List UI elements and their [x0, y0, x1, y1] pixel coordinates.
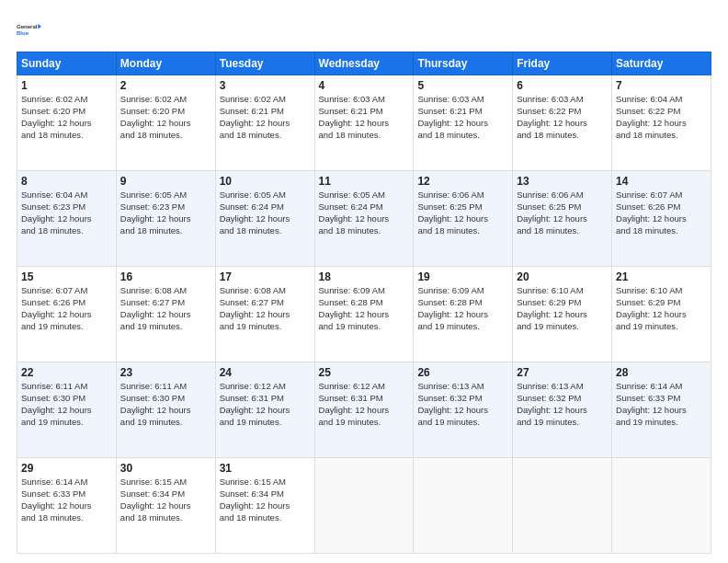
day-info-line: Daylight: 12 hours	[220, 405, 311, 417]
day-info-line: Sunset: 6:34 PM	[220, 488, 311, 500]
day-info-line: Daylight: 12 hours	[417, 118, 508, 130]
day-number: 13	[517, 174, 608, 189]
day-number: 25	[319, 365, 410, 380]
day-info-line: Daylight: 12 hours	[616, 118, 707, 130]
calendar-cell: 29Sunrise: 6:14 AMSunset: 6:33 PMDayligh…	[17, 458, 117, 554]
day-info-line: Sunrise: 6:02 AM	[220, 94, 311, 106]
day-info-line: Sunset: 6:24 PM	[220, 201, 311, 213]
day-number: 5	[417, 78, 508, 93]
day-info-line: Sunrise: 6:06 AM	[417, 190, 508, 201]
day-info-line: and 19 minutes.	[616, 417, 707, 429]
day-info-line: Daylight: 12 hours	[220, 118, 311, 130]
day-info-line: Sunset: 6:32 PM	[417, 393, 508, 405]
calendar-cell: 5Sunrise: 6:03 AMSunset: 6:21 PMDaylight…	[414, 75, 513, 171]
day-number: 12	[417, 174, 508, 189]
col-header-wednesday: Wednesday	[314, 52, 414, 75]
day-info-line: Sunset: 6:33 PM	[616, 393, 707, 405]
day-number: 19	[417, 270, 508, 284]
calendar-cell: 8Sunrise: 6:04 AMSunset: 6:23 PMDaylight…	[17, 171, 117, 267]
day-info-line: Sunset: 6:29 PM	[517, 297, 608, 309]
day-info-line: Daylight: 12 hours	[417, 405, 508, 417]
calendar-cell	[314, 458, 414, 554]
calendar-cell: 4Sunrise: 6:03 AMSunset: 6:21 PMDaylight…	[314, 75, 414, 171]
day-info-line: Sunrise: 6:06 AM	[517, 190, 608, 201]
day-info-line: Daylight: 12 hours	[120, 500, 211, 512]
day-info-line: Sunrise: 6:04 AM	[21, 190, 112, 201]
day-info-line: and 19 minutes.	[120, 417, 211, 429]
day-info-line: Sunrise: 6:07 AM	[21, 285, 112, 297]
day-info-line: Daylight: 12 hours	[517, 309, 608, 321]
day-info-line: Daylight: 12 hours	[319, 405, 410, 417]
day-info-line: Daylight: 12 hours	[517, 118, 608, 130]
day-info-line: Sunset: 6:25 PM	[417, 201, 508, 213]
calendar-cell: 16Sunrise: 6:08 AMSunset: 6:27 PMDayligh…	[116, 267, 215, 362]
day-info-line: Daylight: 12 hours	[417, 309, 508, 321]
day-info-line: and 18 minutes.	[21, 130, 112, 142]
day-info-line: Sunrise: 6:10 AM	[616, 285, 707, 297]
calendar-week-row: 29Sunrise: 6:14 AMSunset: 6:33 PMDayligh…	[17, 458, 711, 554]
svg-text:Blue: Blue	[17, 30, 29, 36]
calendar-cell: 20Sunrise: 6:10 AMSunset: 6:29 PMDayligh…	[513, 267, 612, 362]
calendar-week-row: 8Sunrise: 6:04 AMSunset: 6:23 PMDaylight…	[17, 171, 711, 267]
day-info-line: Sunrise: 6:07 AM	[616, 190, 707, 201]
day-info-line: and 19 minutes.	[120, 321, 211, 333]
calendar-cell: 9Sunrise: 6:05 AMSunset: 6:23 PMDaylight…	[116, 171, 215, 267]
day-info-line: Daylight: 12 hours	[21, 405, 112, 417]
day-info-line: Sunset: 6:26 PM	[616, 201, 707, 213]
day-info-line: and 18 minutes.	[220, 225, 311, 237]
day-info-line: Sunrise: 6:05 AM	[220, 190, 311, 201]
day-info-line: and 19 minutes.	[319, 321, 410, 333]
day-info-line: Sunrise: 6:10 AM	[517, 285, 608, 297]
day-info-line: Sunrise: 6:08 AM	[120, 285, 211, 297]
calendar-cell: 23Sunrise: 6:11 AMSunset: 6:30 PMDayligh…	[116, 362, 215, 458]
day-info-line: Sunrise: 6:05 AM	[319, 190, 410, 201]
svg-marker-2	[38, 24, 41, 29]
day-number: 8	[21, 174, 112, 189]
calendar-table: SundayMondayTuesdayWednesdayThursdayFrid…	[17, 52, 711, 554]
logo-icon: GeneralBlue	[17, 17, 42, 42]
day-info-line: Sunset: 6:21 PM	[220, 106, 311, 118]
day-info-line: Sunrise: 6:14 AM	[21, 477, 112, 488]
day-number: 3	[220, 78, 311, 93]
day-info-line: Sunrise: 6:11 AM	[21, 381, 112, 393]
header: GeneralBlue	[17, 17, 711, 42]
day-info-line: Sunrise: 6:15 AM	[220, 477, 311, 488]
day-number: 4	[319, 78, 410, 93]
day-info-line: and 18 minutes.	[21, 225, 112, 237]
day-info-line: Daylight: 12 hours	[319, 309, 410, 321]
calendar-header-row: SundayMondayTuesdayWednesdayThursdayFrid…	[17, 52, 711, 75]
day-number: 1	[21, 78, 112, 93]
day-number: 26	[417, 365, 508, 380]
calendar-cell	[612, 458, 711, 554]
day-number: 10	[220, 174, 311, 189]
calendar-cell: 30Sunrise: 6:15 AMSunset: 6:34 PMDayligh…	[116, 458, 215, 554]
day-info-line: Sunrise: 6:09 AM	[417, 285, 508, 297]
col-header-monday: Monday	[116, 52, 215, 75]
day-info-line: and 18 minutes.	[417, 225, 508, 237]
day-number: 16	[120, 270, 211, 284]
calendar-cell: 28Sunrise: 6:14 AMSunset: 6:33 PMDayligh…	[612, 362, 711, 458]
day-info-line: Sunrise: 6:04 AM	[616, 94, 707, 106]
col-header-friday: Friday	[513, 52, 612, 75]
day-info-line: Sunset: 6:21 PM	[319, 106, 410, 118]
logo: GeneralBlue	[17, 17, 42, 42]
day-info-line: Sunset: 6:31 PM	[220, 393, 311, 405]
col-header-thursday: Thursday	[414, 52, 513, 75]
day-info-line: and 18 minutes.	[319, 130, 410, 142]
calendar-cell	[414, 458, 513, 554]
day-info-line: Sunrise: 6:02 AM	[120, 94, 211, 106]
day-info-line: Daylight: 12 hours	[220, 309, 311, 321]
day-info-line: Daylight: 12 hours	[120, 213, 211, 225]
day-info-line: Daylight: 12 hours	[517, 405, 608, 417]
day-number: 2	[120, 78, 211, 93]
day-info-line: Sunset: 6:23 PM	[120, 201, 211, 213]
calendar-cell: 22Sunrise: 6:11 AMSunset: 6:30 PMDayligh…	[17, 362, 117, 458]
day-info-line: Daylight: 12 hours	[21, 500, 112, 512]
calendar-cell: 18Sunrise: 6:09 AMSunset: 6:28 PMDayligh…	[314, 267, 414, 362]
day-info-line: Sunrise: 6:03 AM	[417, 94, 508, 106]
calendar-week-row: 22Sunrise: 6:11 AMSunset: 6:30 PMDayligh…	[17, 362, 711, 458]
calendar-cell: 6Sunrise: 6:03 AMSunset: 6:22 PMDaylight…	[513, 75, 612, 171]
day-info-line: Daylight: 12 hours	[319, 213, 410, 225]
day-info-line: and 18 minutes.	[120, 512, 211, 524]
day-info-line: and 18 minutes.	[21, 512, 112, 524]
